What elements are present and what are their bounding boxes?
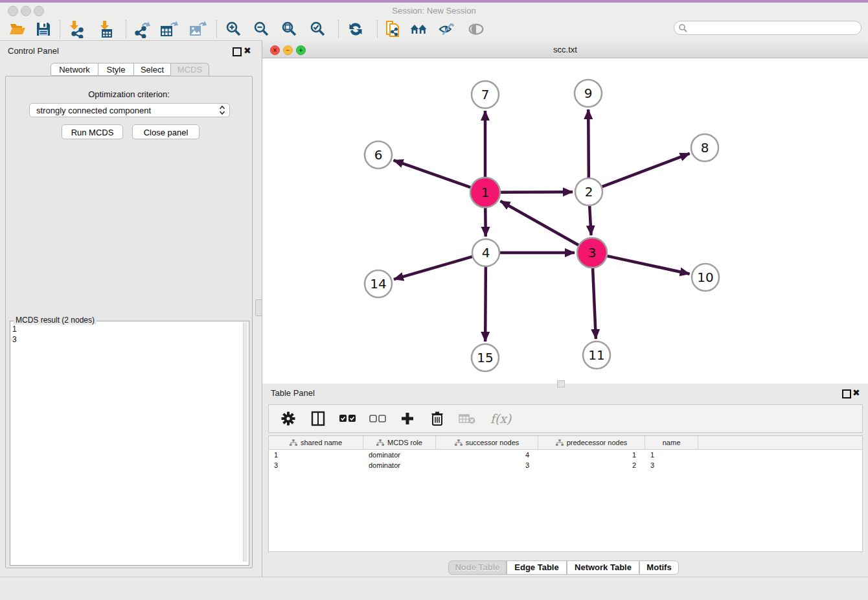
control-panel-float-button[interactable] [233, 47, 242, 56]
tab-select[interactable]: Select [133, 63, 171, 76]
close-panel-button[interactable]: Close panel [132, 124, 200, 139]
search-icon [678, 23, 688, 33]
home-layout-icon[interactable] [409, 19, 429, 39]
tab-network[interactable]: Network [51, 63, 98, 76]
search-box[interactable] [674, 21, 862, 35]
export-image-icon[interactable] [188, 19, 207, 39]
duplicate-network-icon[interactable] [383, 19, 403, 39]
import-network-icon[interactable] [67, 19, 86, 39]
export-network-icon[interactable] [132, 19, 152, 39]
table-panel-title: Table Panel [271, 388, 315, 398]
node-label-4: 4 [482, 245, 490, 260]
edge-4-15[interactable] [485, 267, 486, 341]
edge-1-2[interactable] [501, 192, 573, 192]
tab-node-table[interactable]: Node Table [448, 560, 507, 575]
delete-table-icon[interactable] [458, 409, 476, 428]
node-label-3: 3 [588, 245, 597, 260]
node-label-10: 10 [697, 270, 713, 285]
result-scrollbar[interactable] [243, 322, 247, 562]
cell-MCDS-role[interactable]: dominator [363, 450, 436, 460]
edge-2-9[interactable] [588, 110, 589, 178]
table-toolbar: f(x) [268, 404, 863, 433]
export-table-icon[interactable] [159, 19, 179, 39]
node-label-14: 14 [370, 276, 386, 292]
edge-3-1[interactable] [501, 201, 579, 245]
edge-2-3[interactable] [589, 206, 591, 235]
show-eye-icon[interactable] [466, 19, 486, 39]
node-label-11: 11 [588, 347, 604, 363]
run-mcds-button[interactable]: Run MCDS [62, 124, 123, 139]
cell-shared-name[interactable]: 1 [269, 450, 363, 460]
cell-MCDS-role[interactable]: dominator [363, 460, 436, 470]
toolbar-separator [377, 20, 378, 38]
column-tree-icon [455, 439, 463, 446]
cell-shared-name[interactable]: 3 [269, 460, 363, 470]
mcds-panel: Optimization criterion: strongly connect… [5, 76, 253, 568]
node-label-8: 8 [701, 140, 709, 156]
cell-successor-nodes[interactable]: 4 [436, 450, 538, 460]
import-table-icon[interactable] [97, 19, 117, 39]
edge-4-14[interactable] [394, 257, 472, 279]
node-label-7: 7 [481, 87, 490, 102]
tab-edge-table[interactable]: Edge Table [507, 560, 567, 575]
node-label-6: 6 [374, 147, 383, 163]
table-row[interactable]: 1dominator411 [269, 450, 862, 460]
horizontal-splitter-handle[interactable] [557, 380, 565, 387]
hide-graphics-details-icon[interactable] [438, 19, 457, 39]
optimization-criterion-label: Optimization criterion: [6, 89, 252, 99]
add-column-icon[interactable] [398, 409, 417, 428]
status-bar: Memory [0, 577, 868, 600]
settings-gear-icon[interactable] [279, 409, 297, 428]
split-columns-icon[interactable] [309, 409, 327, 428]
node-label-9: 9 [584, 86, 593, 101]
chevron-up-down-icon [219, 105, 225, 115]
cell-predecessor-nodes[interactable]: 1 [538, 450, 645, 460]
column-header-predecessor-nodes[interactable]: predecessor nodes [538, 436, 645, 449]
cell-successor-nodes[interactable]: 3 [436, 460, 538, 470]
table-panel-float-button[interactable] [842, 389, 851, 398]
tab-network-table[interactable]: Network Table [567, 560, 639, 575]
edge-3-10[interactable] [607, 256, 689, 274]
column-header-successor-nodes[interactable]: successor nodes [436, 436, 538, 449]
column-tree-icon [556, 439, 564, 446]
select-all-checks-icon[interactable] [339, 409, 357, 428]
vertical-splitter-handle[interactable] [255, 299, 262, 316]
deselect-all-checks-icon[interactable] [369, 409, 387, 428]
cell-predecessor-nodes[interactable]: 2 [538, 460, 645, 470]
tab-motifs[interactable]: Motifs [639, 560, 679, 575]
column-header-name[interactable]: name [645, 436, 698, 449]
network-window-title: scc.txt [262, 45, 868, 54]
edge-3-11[interactable] [593, 268, 596, 339]
zoom-in-icon[interactable] [224, 19, 244, 39]
table-body: 1dominator4113dominator323 [269, 450, 862, 470]
edge-1-6[interactable] [394, 160, 471, 187]
edge-2-8[interactable] [602, 154, 690, 187]
column-tree-icon [290, 439, 297, 446]
column-header-shared-name[interactable]: shared name [269, 436, 363, 449]
search-input[interactable] [688, 23, 861, 33]
tab-mcds[interactable]: MCDS [170, 63, 209, 76]
node-label-1: 1 [481, 185, 490, 200]
network-canvas[interactable]: 7968124314101511 [262, 58, 868, 384]
window-title: Session: New Session [0, 6, 868, 16]
control-panel-close-icon[interactable]: ✖ [244, 46, 251, 55]
cell-name[interactable]: 3 [645, 460, 698, 470]
zoom-fit-icon[interactable] [280, 19, 299, 39]
zoom-selected-icon[interactable] [308, 19, 328, 39]
save-session-icon[interactable] [34, 19, 53, 39]
criterion-dropdown[interactable]: strongly connected component [29, 103, 230, 117]
mcds-result-text: 1 3 [12, 324, 233, 345]
function-builder-icon[interactable]: f(x) [488, 409, 514, 428]
table-panel-close-icon[interactable]: ✖ [852, 388, 860, 397]
node-table[interactable]: shared nameMCDS rolesuccessor nodesprede… [268, 435, 863, 552]
delete-column-trash-icon[interactable] [428, 409, 446, 428]
table-row[interactable]: 3dominator323 [269, 460, 862, 470]
tab-style[interactable]: Style [98, 63, 134, 76]
refresh-layout-icon[interactable] [346, 19, 365, 39]
column-header-MCDS-role[interactable]: MCDS role [363, 436, 436, 449]
cell-name[interactable]: 1 [645, 450, 698, 460]
open-folder-icon[interactable] [8, 19, 27, 39]
network-graph: 7968124314101511 [262, 58, 868, 384]
zoom-out-icon[interactable] [252, 19, 271, 39]
toolbar-separator [126, 20, 126, 38]
